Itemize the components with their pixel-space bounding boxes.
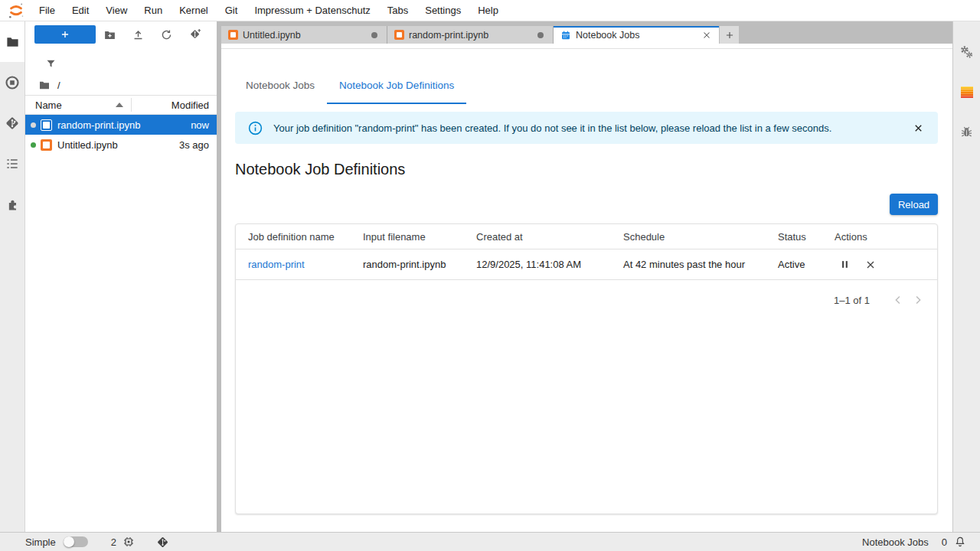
menu-help[interactable]: Help [469, 0, 507, 21]
menu-file[interactable]: File [31, 0, 64, 21]
sidebar-tab-file-browser[interactable] [0, 21, 24, 62]
simple-mode-toggle[interactable] [64, 536, 88, 547]
reload-button[interactable]: Reload [890, 194, 938, 215]
property-inspector-icon [959, 44, 975, 60]
close-tab-icon[interactable] [701, 30, 712, 41]
tab-notebook-jobs-list[interactable]: Notebook Jobs [234, 70, 327, 104]
tab-notebook-jobs[interactable]: Notebook Jobs [554, 26, 720, 44]
info-alert: Your job definition "random-print" has b… [235, 112, 938, 144]
sidebar-tab-property-inspector[interactable] [953, 32, 980, 72]
refresh-button[interactable] [152, 28, 181, 41]
panel-toolbar [221, 44, 952, 49]
file-browser-panel: / Name Modified random-print.ipynb now U… [25, 21, 217, 532]
delete-job-button[interactable] [861, 255, 880, 275]
file-name: random-print.ipynb [57, 119, 191, 131]
plus-icon [60, 29, 70, 40]
next-page-button[interactable] [908, 290, 928, 310]
tab-untitled-ipynb[interactable]: Untitled.ipynb [221, 26, 387, 44]
job-definition-link[interactable]: random-print [248, 259, 305, 270]
menu-view[interactable]: View [97, 0, 136, 21]
sidebar-tab-git[interactable] [0, 103, 24, 143]
jobs-tab-bar: Notebook Jobs Notebook Job Definitions [234, 70, 466, 104]
tab-notebook-job-definitions[interactable]: Notebook Job Definitions [327, 70, 466, 104]
upload-button[interactable] [124, 28, 152, 41]
menu-git[interactable]: Git [217, 0, 247, 21]
git-clone-icon [188, 28, 202, 41]
menu-kernel[interactable]: Kernel [171, 0, 217, 21]
cell-schedule: At 42 minutes past the hour [623, 259, 778, 270]
tab-random-print-ipynb[interactable]: random-print.ipynb [387, 26, 554, 44]
new-folder-button[interactable] [96, 28, 124, 41]
kernel-status-dot [31, 122, 36, 128]
menu-bar: File Edit View Run Kernel Git Impressum … [0, 0, 980, 21]
kernel-sessions-button[interactable] [122, 536, 135, 548]
menu-run[interactable]: Run [136, 0, 171, 21]
menu-tabs[interactable]: Tabs [379, 0, 416, 21]
sidebar-tab-modules[interactable] [953, 72, 980, 112]
column-header-name[interactable]: Name [25, 99, 116, 111]
chevron-right-icon [911, 293, 925, 307]
menu-impressum[interactable]: Impressum + Datenschutz [246, 0, 378, 21]
new-tab-button[interactable] [720, 26, 739, 44]
chevron-left-icon [891, 293, 905, 307]
menu-edit[interactable]: Edit [64, 0, 97, 21]
unsaved-changes-dot [537, 32, 544, 38]
tab-label: Notebook Job Definitions [339, 80, 454, 91]
close-icon [864, 259, 877, 271]
new-launcher-button[interactable] [34, 25, 96, 44]
menu-settings[interactable]: Settings [416, 0, 469, 21]
sidebar-tab-extensions[interactable] [0, 184, 24, 224]
pagination: 1–1 of 1 [236, 280, 937, 320]
kernel-count[interactable]: 2 [111, 536, 116, 548]
left-activity-bar [0, 21, 25, 532]
kernel-status-dot [31, 142, 36, 148]
notification-count[interactable]: 0 [942, 536, 947, 548]
chip-icon [122, 536, 135, 548]
pause-job-button[interactable] [835, 255, 854, 275]
notebook-tab-icon [394, 30, 404, 40]
unsaved-changes-dot [371, 32, 377, 38]
alert-close-icon[interactable] [910, 119, 927, 137]
sidebar-tab-table-of-contents[interactable] [0, 143, 24, 184]
sidebar-tab-running-kernels[interactable] [0, 62, 24, 103]
jupyter-logo-icon [7, 2, 25, 19]
new-folder-icon [103, 28, 116, 41]
file-modified: now [191, 119, 217, 131]
previous-page-button[interactable] [888, 290, 908, 310]
notebook-file-icon [41, 119, 52, 131]
file-list-header: Name Modified [25, 95, 217, 115]
sidebar-tab-debugger[interactable] [953, 112, 980, 152]
table-of-contents-icon [5, 156, 20, 171]
table-row: random-print random-print.ipynb 12/9/202… [236, 249, 937, 280]
git-icon [156, 536, 169, 549]
upload-icon [132, 28, 145, 41]
notebook-file-icon [41, 139, 52, 151]
breadcrumb: / [25, 75, 217, 95]
active-context-label[interactable]: Notebook Jobs [862, 536, 929, 548]
notifications-button[interactable] [954, 536, 966, 548]
job-definitions-table-card: Job definition name Input filename Creat… [235, 223, 938, 514]
tab-label: Notebook Jobs [576, 30, 701, 41]
tab-label: Notebook Jobs [246, 80, 315, 91]
column-header-modified[interactable]: Modified [132, 99, 217, 111]
file-row-random-print[interactable]: random-print.ipynb now [25, 115, 217, 135]
header-actions: Actions [835, 231, 937, 243]
striped-palette-icon [961, 86, 973, 98]
cell-input-filename: random-print.ipynb [363, 259, 476, 270]
git-status-button[interactable] [156, 536, 169, 549]
file-row-untitled[interactable]: Untitled.ipynb 3s ago [25, 135, 217, 155]
notebook-tab-icon [228, 30, 238, 40]
page-title: Notebook Job Definitions [235, 161, 405, 178]
git-clone-button[interactable] [181, 28, 209, 41]
running-kernels-icon [5, 75, 20, 90]
pause-icon [839, 259, 851, 270]
filter-icon[interactable] [45, 58, 57, 70]
refresh-icon [160, 28, 173, 41]
main-dock-panel: Untitled.ipynb random-print.ipynb Notebo… [221, 21, 952, 532]
home-folder-icon[interactable] [38, 79, 51, 91]
breadcrumb-root[interactable]: / [57, 80, 60, 91]
alert-message: Your job definition "random-print" has b… [273, 122, 910, 134]
file-modified: 3s ago [179, 139, 217, 151]
file-browser-toolbar [25, 21, 217, 47]
active-tab-indicator [327, 103, 466, 104]
